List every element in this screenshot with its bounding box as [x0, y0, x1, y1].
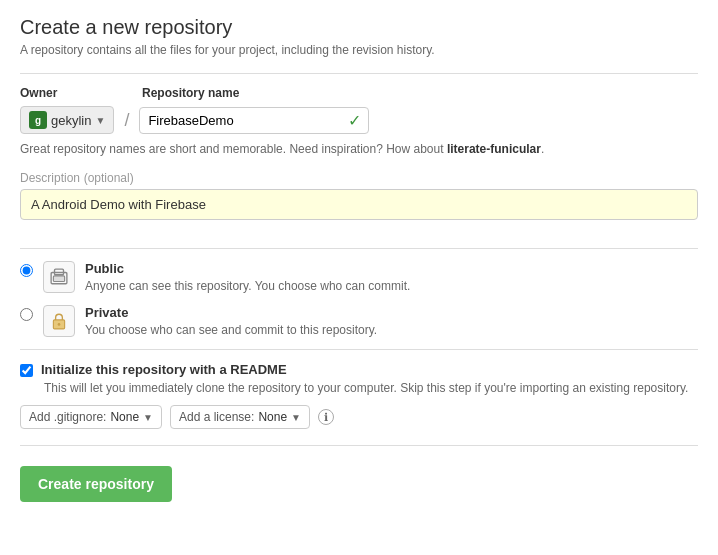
page-subtitle: A repository contains all the files for … — [20, 43, 698, 57]
slash-separator: / — [120, 110, 133, 131]
gitignore-dropdown[interactable]: Add .gitignore: None ▼ — [20, 405, 162, 429]
description-input[interactable] — [20, 189, 698, 220]
license-label: Add a license: — [179, 410, 254, 424]
license-value: None — [258, 410, 287, 424]
owner-dropdown-arrow: ▼ — [95, 115, 105, 126]
info-icon[interactable]: ℹ — [318, 409, 334, 425]
gitignore-label: Add .gitignore: — [29, 410, 106, 424]
divider-init — [20, 349, 698, 350]
svg-point-4 — [58, 323, 61, 326]
license-dropdown[interactable]: Add a license: None ▼ — [170, 405, 310, 429]
owner-dropdown[interactable]: g gekylin ▼ — [20, 106, 114, 134]
gitignore-arrow: ▼ — [143, 412, 153, 423]
divider-bottom — [20, 445, 698, 446]
svg-rect-2 — [53, 276, 64, 282]
owner-label: Owner — [20, 86, 130, 100]
addons-row: Add .gitignore: None ▼ Add a license: No… — [20, 405, 698, 429]
license-arrow: ▼ — [291, 412, 301, 423]
create-repository-button[interactable]: Create repository — [20, 466, 172, 502]
init-readme-hint: This will let you immediately clone the … — [44, 381, 698, 395]
page-title: Create a new repository — [20, 16, 698, 39]
divider-visibility — [20, 248, 698, 249]
public-radio[interactable] — [20, 264, 33, 277]
private-description: You choose who can see and commit to thi… — [85, 323, 377, 337]
repo-name-hint: Great repository names are short and mem… — [20, 142, 698, 156]
private-label: Private — [85, 305, 377, 320]
gitignore-value: None — [110, 410, 139, 424]
public-icon — [43, 261, 75, 293]
public-description: Anyone can see this repository. You choo… — [85, 279, 410, 293]
repo-name-input[interactable] — [139, 107, 369, 134]
valid-check-icon: ✓ — [348, 111, 361, 130]
init-readme-label[interactable]: Initialize this repository with a README — [41, 362, 287, 377]
owner-avatar: g — [29, 111, 47, 129]
public-label: Public — [85, 261, 410, 276]
private-icon — [43, 305, 75, 337]
divider-top — [20, 73, 698, 74]
description-label: Description (optional) — [20, 170, 698, 185]
repo-name-label: Repository name — [142, 86, 239, 100]
init-readme-checkbox[interactable] — [20, 364, 33, 377]
hint-suggestion: literate-funicular — [447, 142, 541, 156]
owner-value: gekylin — [51, 113, 91, 128]
private-option[interactable]: Private You choose who can see and commi… — [20, 305, 698, 337]
public-option[interactable]: Public Anyone can see this repository. Y… — [20, 261, 698, 293]
private-radio[interactable] — [20, 308, 33, 321]
initialize-section: Initialize this repository with a README… — [20, 362, 698, 429]
visibility-section: Public Anyone can see this repository. Y… — [20, 261, 698, 337]
